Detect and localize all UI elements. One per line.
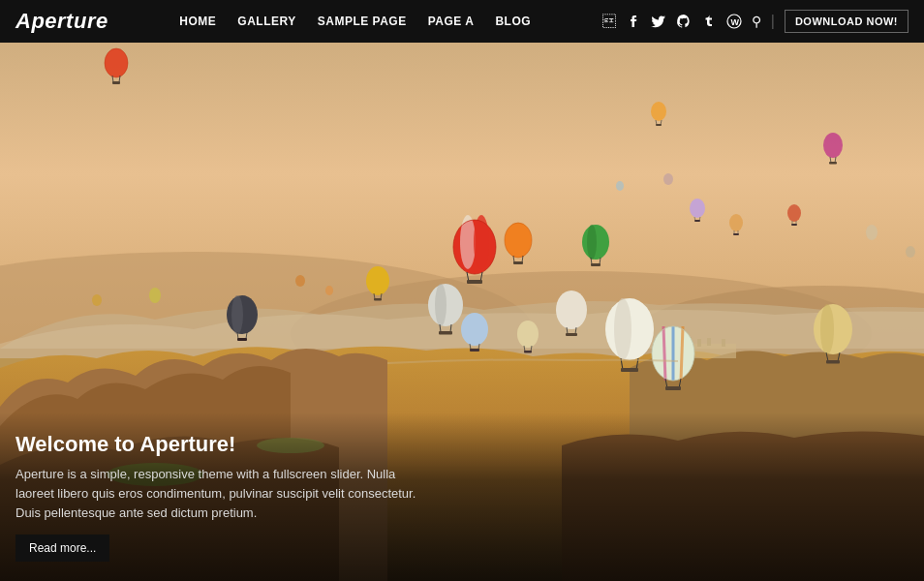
svg-point-57	[556, 290, 587, 329]
svg-point-96	[461, 313, 488, 346]
search-icon[interactable]: ⚲	[752, 14, 761, 29]
svg-point-88	[663, 173, 673, 185]
svg-rect-47	[591, 263, 601, 266]
svg-line-105	[663, 326, 665, 381]
github-icon[interactable]	[676, 14, 692, 29]
nav-page-a[interactable]: PAGE A	[428, 15, 475, 28]
svg-rect-87	[791, 224, 797, 226]
wordpress-icon[interactable]: W	[726, 14, 742, 29]
hero-title: Welcome to Aperture!	[15, 432, 909, 457]
svg-point-94	[149, 288, 161, 303]
svg-point-33	[474, 215, 489, 269]
svg-point-95	[92, 294, 102, 306]
svg-point-67	[820, 304, 834, 354]
svg-rect-22	[112, 81, 120, 84]
nav-home[interactable]: HOME	[179, 15, 216, 28]
svg-point-100	[517, 321, 539, 348]
svg-point-44	[587, 225, 597, 260]
svg-rect-42	[513, 261, 523, 264]
svg-point-90	[866, 225, 878, 240]
svg-rect-51	[374, 298, 382, 301]
nav-blog[interactable]: BLOG	[495, 15, 531, 28]
nav-sample-page[interactable]: SAMPLE PAGE	[318, 15, 407, 28]
svg-point-80	[729, 214, 743, 231]
svg-rect-83	[733, 233, 739, 235]
svg-point-91	[906, 246, 915, 258]
svg-point-27	[823, 133, 843, 158]
svg-rect-56	[439, 331, 452, 335]
svg-point-93	[325, 286, 333, 295]
svg-rect-75	[237, 338, 247, 341]
svg-point-48	[366, 266, 389, 295]
svg-text:W: W	[730, 17, 739, 27]
hero-description: Aperture is a simple, responsive theme w…	[15, 465, 422, 523]
svg-line-107	[681, 326, 683, 381]
nav-right:  W ⚲ | DOWNLOAD NOW!	[602, 10, 909, 33]
twitter-icon[interactable]	[651, 14, 666, 29]
svg-point-92	[295, 275, 305, 287]
svg-rect-30	[829, 162, 837, 165]
nav-gallery[interactable]: GALLERY	[237, 15, 295, 28]
svg-rect-79	[694, 220, 700, 222]
svg-rect-111	[665, 386, 681, 390]
read-more-button[interactable]: Read more...	[15, 535, 109, 562]
tumblr-icon[interactable]	[701, 14, 717, 29]
svg-rect-65	[621, 368, 638, 372]
svg-point-72	[231, 295, 243, 334]
site-logo[interactable]: Aperture	[15, 9, 108, 34]
navbar: Aperture HOME GALLERY SAMPLE PAGE PAGE A…	[0, 0, 924, 43]
svg-point-84	[787, 204, 801, 222]
svg-rect-37	[467, 280, 482, 284]
svg-rect-70	[826, 360, 840, 364]
svg-rect-26	[656, 124, 662, 126]
nav-divider: |	[771, 13, 775, 30]
svg-point-76	[690, 199, 705, 218]
svg-point-53	[435, 284, 447, 326]
svg-point-32	[460, 215, 476, 269]
svg-rect-103	[524, 351, 532, 353]
nav-links: HOME GALLERY SAMPLE PAGE PAGE A BLOG	[179, 15, 531, 28]
facebook-icon[interactable]: 	[602, 14, 616, 29]
hero-overlay: Welcome to Aperture! Aperture is a simpl…	[0, 413, 924, 581]
svg-rect-15	[697, 339, 701, 347]
svg-point-89	[616, 181, 624, 191]
svg-point-62	[614, 298, 631, 360]
svg-rect-60	[566, 333, 577, 336]
svg-point-23	[651, 102, 666, 121]
download-button[interactable]: DOWNLOAD NOW!	[785, 10, 909, 33]
svg-rect-16	[707, 338, 711, 346]
svg-rect-17	[722, 339, 725, 347]
svg-rect-99	[470, 349, 479, 352]
facebook-icon[interactable]	[626, 14, 641, 29]
